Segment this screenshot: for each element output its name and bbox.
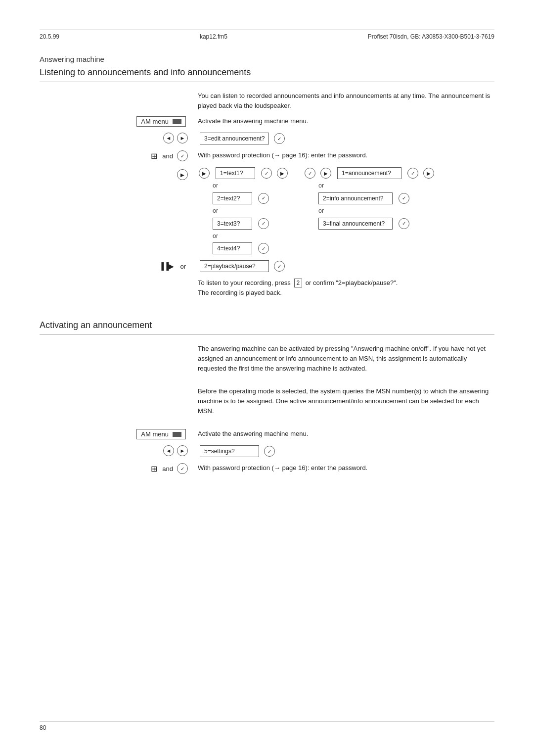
step3-and-label: and [162,152,173,160]
confirm-t1: ✓ [261,168,272,179]
s2-am-menu-box: AM menu [136,429,186,439]
step3-icons: ⊞ and ✓ [151,150,189,161]
header-title: Profiset 70isdn, GB: A30853-X300-B501-3-… [368,33,494,40]
confirm-ann1a: ✓ [305,168,315,179]
text2-input: 2=text2? [213,192,252,204]
or-3: or [213,232,289,241]
s2-am-menu-bar [173,432,181,437]
header-filename: kap12.fm5 [200,33,227,40]
option-row-ann1: ✓ ▶ 1=announcement? ✓ ▶ [304,167,435,179]
text3-input: 3=text3? [213,218,252,230]
option-row-text1: ▶ 1=text1? ✓ ▶ [198,167,289,179]
or-ann2: or [318,206,435,216]
options-left-icons: ▶ [40,167,198,180]
page-footer: 80 [40,721,494,731]
s2-step2-row: ◄ ► 5=settings? ✓ [40,445,494,457]
confirm-ann2: ✓ [399,193,409,204]
page-number: 80 [40,724,46,731]
s2-step3-icons: ⊞ and ✓ [151,463,189,474]
options-two-col: ▶ 1=text1? ✓ ▶ or 2=text2? ✓ or 3=text3? [198,167,494,254]
am-menu-bar [173,119,181,124]
ann1-input: 1=announcement? [337,167,401,179]
playback-note: To listen to your recording, press 2 or … [198,278,494,298]
s2-step3-and-label: and [162,465,173,472]
s2-keyboard-icon: ⊞ [151,464,157,473]
s2-step1-row: AM menu Activate the answering machine m… [40,429,494,439]
s2-step3-right: With password protection (→ page 16): en… [198,463,494,473]
play-icon-left: ▶ [177,169,188,180]
s2-step1-left: AM menu [40,429,198,439]
key-icon: 2 [294,279,303,287]
page: 20.5.99 kap12.fm5 Profiset 70isdn, GB: A… [0,0,534,756]
confirm-t4: ✓ [258,243,269,254]
confirm-playback: ✓ [274,261,285,272]
text1-input: 1=text1? [216,167,255,179]
section2-para2-text: Before the operating mode is selected, t… [198,386,494,416]
s2-step1-right: Activate the answering machine menu. [198,429,494,439]
section2-para2: Before the operating mode is selected, t… [198,386,494,423]
options-col-right: ✓ ▶ 1=announcement? ✓ ▶ or 2=info announ… [304,167,435,254]
step1-row: AM menu Activate the answering machine m… [40,116,494,127]
option-row-ann2: 2=info announcement? ✓ [304,192,435,204]
playback-right: 2=playback/pause? ✓ [198,260,494,272]
edit-announcement-input: 3=edit announcement? [200,133,269,144]
or-1: or [213,181,289,190]
confirm-icon-1: ✓ [274,133,285,144]
step1-right: Activate the answering machine menu. [198,116,494,126]
option-row-text2: 2=text2? ✓ [198,192,289,204]
left-arrow-icon: ◄ [163,133,174,143]
section2-para1-text: The answering machine can be activated b… [198,344,494,374]
s2-right-arrow-icon: ► [177,445,188,456]
step2-row: ◄ ► 3=edit announcement? ✓ [40,133,494,144]
ann3-input: 3=final announcement? [318,218,393,230]
play-icon-ann1: ▶ [320,168,331,179]
text4-input: 4=text4? [213,242,252,254]
section2-para2-row: Before the operating mode is selected, t… [40,386,494,423]
step3-left: ⊞ and ✓ [40,150,198,161]
s2-step2-right: 5=settings? ✓ [198,445,494,457]
options-row: ▶ ▶ 1=text1? ✓ ▶ or 2=text2? [40,167,494,254]
confirm-t2: ✓ [258,193,269,204]
header-date: 20.5.99 [40,33,59,40]
or-ann1: or [318,181,435,190]
am-menu-box: AM menu [136,116,186,127]
option-row-text4: 4=text4? ✓ [198,242,289,254]
small-heading: Answering machine [40,55,494,63]
step1-left: AM menu [40,116,198,127]
playback-left: ▐▐▶ or [40,262,198,270]
s2-confirm-icon: ✓ [264,446,275,457]
section2-heading: Activating an announcement [40,320,494,335]
play-icon-t1: ▶ [199,168,210,179]
option-row-ann3: 3=final announcement? ✓ [304,218,435,230]
settings-input: 5=settings? [200,445,259,457]
step3-right: With password protection (→ page 16): en… [198,150,494,160]
playback-or: or [180,263,186,270]
play-icon-t1b: ▶ [277,168,288,179]
play-icon-ann1b: ▶ [423,168,434,179]
options-col-left: ▶ 1=text1? ✓ ▶ or 2=text2? ✓ or 3=text3? [198,167,289,254]
intro-text: You can listen to recorded announcements… [198,91,494,110]
keyboard-icon: ⊞ [151,151,157,161]
options-content: ▶ 1=text1? ✓ ▶ or 2=text2? ✓ or 3=text3? [198,167,494,254]
large-heading: Listening to announcements and info anno… [40,67,494,82]
section2-para1-row: The answering machine can be activated b… [40,344,494,380]
playback-note-right: To listen to your recording, press 2 or … [198,278,494,305]
playback-note-row: To listen to your recording, press 2 or … [40,278,494,305]
confirm-icon-2: ✓ [177,150,188,161]
s2-step2-icons: ◄ ► [162,445,189,456]
step2-left: ◄ ► [40,133,198,143]
s2-step3-left: ⊞ and ✓ [40,463,198,474]
step2-icons: ◄ ► [162,133,189,143]
step2-right: 3=edit announcement? ✓ [198,133,494,144]
s2-confirm-icon-2: ✓ [177,463,188,474]
s2-step2-left: ◄ ► [40,445,198,456]
right-arrow-icon: ► [177,133,188,143]
confirm-t3: ✓ [258,218,269,229]
pause-icon: ▐▐▶ [159,262,175,270]
ann2-input: 2=info announcement? [318,192,393,204]
confirm-ann1b: ✓ [407,168,418,179]
intro-row: You can listen to recorded announcements… [40,91,494,110]
option-row-text3: 3=text3? ✓ [198,218,289,230]
s2-left-arrow-icon: ◄ [163,445,174,456]
playback-row: ▐▐▶ or 2=playback/pause? ✓ [40,260,494,272]
